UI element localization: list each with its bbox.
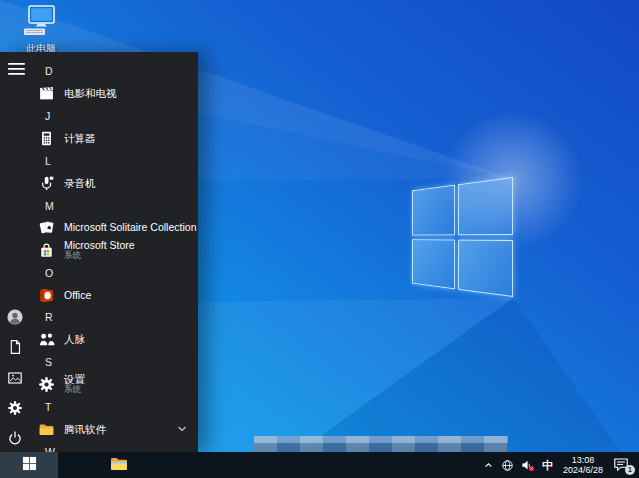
windows-logo-pane — [458, 239, 513, 297]
app-section-t[interactable]: T — [0, 396, 198, 418]
windows-logo-pane — [458, 177, 513, 235]
system-tray: 中 13:08 2024/6/28 1 — [483, 452, 639, 478]
voice-recorder-icon — [38, 175, 55, 192]
start-menu-app-list: D电影和电视J计算器L录音机MMicrosoft Solitaire Colle… — [0, 52, 198, 452]
people-icon — [38, 331, 55, 348]
documents-icon[interactable] — [7, 339, 23, 355]
network-globe-icon[interactable] — [501, 459, 514, 472]
start-button[interactable] — [0, 452, 58, 478]
app-section-o[interactable]: O — [0, 262, 198, 284]
desktop-screen: 此电脑 D电影和电视J计算器L录音机MMicrosoft Solitaire C… — [0, 0, 639, 478]
start-app-store[interactable]: Microsoft Store系统 — [0, 239, 198, 261]
section-letter: S — [45, 356, 52, 368]
this-pc-desktop-icon[interactable]: 此电脑 — [16, 5, 66, 56]
start-app-calculator[interactable]: 计算器 — [0, 127, 198, 149]
app-label: Office — [64, 290, 91, 301]
start-menu: D电影和电视J计算器L录音机MMicrosoft Solitaire Colle… — [0, 52, 198, 452]
windows-logo-wallpaper — [412, 177, 513, 297]
movies-tv-icon — [38, 85, 55, 102]
app-label: Microsoft Solitaire Collection — [64, 222, 196, 233]
section-letter: M — [45, 200, 54, 212]
app-label: 计算器 — [64, 133, 96, 144]
section-letter: D — [45, 65, 53, 77]
section-letter: O — [45, 267, 53, 279]
store-icon — [38, 242, 55, 259]
blurred-watermark-mosaic — [254, 436, 508, 452]
start-app-office[interactable]: Office — [0, 284, 198, 306]
app-label: 腾讯软件 — [64, 424, 106, 435]
app-section-j[interactable]: J — [0, 105, 198, 127]
windows-logo-pane — [412, 239, 454, 289]
windows-logo-pane — [412, 185, 454, 235]
start-app-people[interactable]: 人脉 — [0, 329, 198, 351]
settings-gear-icon[interactable] — [7, 400, 23, 416]
taskbar-clock[interactable]: 13:08 2024/6/28 — [560, 455, 606, 475]
app-section-s[interactable]: S — [0, 351, 198, 373]
file-explorer-taskbar-button[interactable] — [102, 452, 136, 478]
app-section-r[interactable]: R — [0, 306, 198, 328]
ime-chinese-indicator[interactable]: 中 — [542, 452, 553, 478]
start-app-settings[interactable]: 设置系统 — [0, 373, 198, 395]
this-pc-icon — [22, 5, 60, 37]
action-center-button[interactable]: 1 — [613, 455, 633, 475]
settings-gear-icon — [38, 376, 55, 393]
power-icon[interactable] — [7, 430, 23, 446]
clock-time: 13:08 — [563, 455, 603, 465]
app-section-w[interactable]: W — [0, 441, 198, 452]
windows-start-icon — [22, 456, 37, 475]
app-label: 电影和电视 — [64, 88, 117, 99]
app-label: 人脉 — [64, 334, 85, 345]
app-sublabel: 系统 — [64, 385, 85, 395]
chevron-down-icon[interactable] — [176, 423, 188, 435]
office-icon — [38, 287, 55, 304]
app-section-m[interactable]: M — [0, 194, 198, 216]
user-avatar-icon[interactable] — [7, 309, 23, 325]
section-letter: J — [45, 110, 50, 122]
start-app-voice-recorder[interactable]: 录音机 — [0, 172, 198, 194]
start-app-movies-tv[interactable]: 电影和电视 — [0, 82, 198, 104]
section-letter: L — [45, 155, 51, 167]
pictures-icon[interactable] — [7, 370, 23, 386]
app-label: 录音机 — [64, 178, 96, 189]
tray-chevron-up-icon[interactable] — [483, 460, 494, 470]
file-explorer-icon — [110, 455, 128, 475]
calculator-icon — [38, 130, 55, 147]
start-app-solitaire[interactable]: Microsoft Solitaire Collection — [0, 217, 198, 239]
clock-date: 2024/6/28 — [563, 465, 603, 475]
app-sublabel: 系统 — [64, 251, 135, 261]
taskbar: 中 13:08 2024/6/28 1 — [0, 452, 639, 478]
start-app-tencent[interactable]: 腾讯软件 — [0, 418, 198, 440]
section-letter: T — [45, 401, 51, 413]
notification-badge: 1 — [625, 465, 635, 475]
app-section-d[interactable]: D — [0, 60, 198, 82]
app-section-l[interactable]: L — [0, 150, 198, 172]
folder-icon — [38, 421, 55, 438]
volume-muted-icon[interactable] — [521, 459, 535, 472]
section-letter: R — [45, 311, 53, 323]
solitaire-icon — [38, 219, 55, 236]
